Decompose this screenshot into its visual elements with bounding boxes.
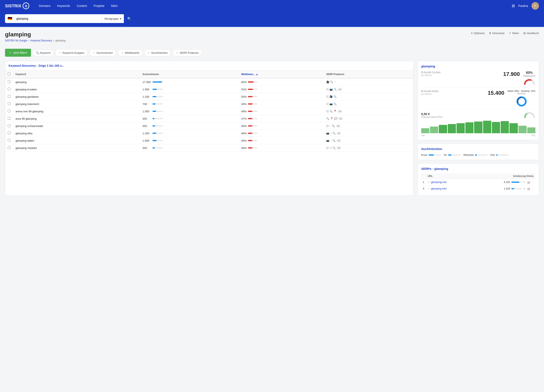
competition-label: Wettbewerb — [523, 75, 536, 77]
chart-bar — [527, 127, 535, 133]
serp-feature-icon: ⊞ — [330, 146, 332, 149]
keyword-cell[interactable]: glamping schwarzwald — [13, 122, 140, 130]
avg-clicks-value: 15.400 — [488, 90, 504, 96]
volume-bar — [153, 140, 156, 141]
wettbewerb-cell: 49% — [241, 103, 321, 106]
keyword-cell[interactable]: glamping kroatien — [13, 86, 140, 93]
download-icon: ⬇ — [489, 32, 491, 35]
right-panel: glamping Ø Anzahl Suchen pro Monat 17.90… — [418, 61, 539, 196]
external-link-icon: ↗ — [428, 181, 430, 183]
col-suchvolumen[interactable]: Suchvolumen — [140, 70, 239, 78]
nav-domains[interactable]: Domains — [36, 2, 53, 9]
arrow-icon[interactable]: → — [531, 187, 534, 190]
row-checkbox[interactable] — [8, 95, 11, 98]
breadcrumb-sistrix[interactable]: SISTRIX für Google — [5, 39, 27, 42]
row-checkbox[interactable] — [8, 139, 11, 142]
jetzt-filtern-button[interactable]: ＋ Jetzt filtern — [5, 49, 31, 57]
keyword-cell[interactable]: glamping gardasee — [13, 93, 140, 100]
row-checkbox[interactable] — [8, 132, 11, 134]
col-wettbewerb[interactable]: Wettbewe... ▲ — [239, 70, 324, 78]
teilen-link[interactable]: ↗ Teilen — [509, 32, 519, 35]
serps-col-clicks: Schätzung Klicks — [470, 173, 535, 179]
eye-icon[interactable]: 👁 — [523, 181, 526, 184]
filter-suchvolumen[interactable]: ＋ Suchvolumen — [89, 49, 116, 56]
plus-icon: ＋ — [58, 51, 61, 55]
devices-value: Mobil: 68% - Desktop: 32% — [508, 90, 535, 92]
optionen-link[interactable]: ▾ Optionen — [471, 32, 485, 35]
keyword-cell[interactable]: glamping medulin — [13, 144, 140, 152]
filter-suchintention[interactable]: ＋ Suchintention — [144, 49, 171, 56]
keyword-cell[interactable]: arena one 99 glamping — [13, 108, 140, 115]
wettbewerb-value: 53% — [241, 88, 247, 91]
nav-projekte[interactable]: Projekte — [91, 2, 107, 9]
si-bar-fill — [448, 154, 451, 156]
cpc-value: 0,50 € — [421, 112, 520, 116]
chart-icon[interactable]: 📊 — [527, 181, 530, 184]
eye-icon[interactable]: 👁 — [523, 187, 526, 190]
nav-content[interactable]: Content — [74, 2, 90, 9]
serp-url[interactable]: glampings.de/ — [431, 181, 447, 184]
arrow-icon[interactable]: → — [531, 181, 534, 184]
si-label: Webseite — [463, 153, 474, 157]
plus-icon: ＋ — [121, 51, 124, 55]
chart-start-label: Jan — [421, 134, 425, 137]
keyword-cell[interactable]: area 99 glamping — [13, 115, 140, 122]
wortgruppe-select[interactable]: Wortgruppe ▾ — [102, 15, 124, 22]
filter-keyword-gruppen[interactable]: ＋ Keyword-Gruppen — [55, 49, 88, 56]
row-checkbox[interactable] — [8, 146, 11, 149]
row-checkbox[interactable] — [8, 102, 11, 105]
si-label: Know — [421, 153, 427, 157]
grid-icon[interactable]: ⊞ — [512, 4, 515, 8]
serp-plus-badge: +1 — [337, 132, 341, 135]
col-keyword[interactable]: Keyword — [13, 70, 140, 78]
search-button[interactable]: 🔍 — [124, 14, 135, 23]
handbuch-link[interactable]: ⊞ Handbuch — [523, 32, 539, 35]
keyword-cell[interactable]: glamping — [13, 78, 140, 86]
row-checkbox[interactable] — [8, 80, 11, 83]
volume-value: 550 — [142, 124, 151, 128]
flag-button[interactable]: 🇩🇪 — [5, 16, 15, 21]
serp-features-cell: 🖼=🔍+1 — [326, 124, 411, 127]
keyword-cell[interactable]: glamping italien — [13, 137, 140, 144]
chart-icon[interactable]: 📊 — [527, 187, 530, 190]
serp-row: 1 ↗ glampings.de/ 5.323 👁 📊 → — [421, 179, 535, 186]
nav-right: ⊞ Paulina P — [512, 2, 539, 10]
external-link-icon: ↗ — [428, 187, 430, 190]
avg-clicks-sublabel: pro Monat — [421, 93, 438, 95]
keyword-cell[interactable]: glamping österreich — [13, 100, 140, 108]
wettbewerb-bar — [248, 81, 254, 83]
chart-bar — [448, 124, 456, 133]
serp-feature-icon: 🎥 — [326, 81, 329, 83]
serp-clicks-bar — [511, 181, 519, 183]
filter-keyword[interactable]: 🔍 Keyword — [33, 50, 54, 56]
nav-mehr[interactable]: Mehr — [108, 2, 121, 9]
row-checkbox[interactable] — [8, 110, 11, 112]
keyword-cell[interactable]: glamping elba — [13, 130, 140, 137]
wettbewerb-value: 47% — [241, 117, 247, 120]
stats-card: glamping Ø Anzahl Suchen pro Monat 17.90… — [418, 61, 539, 140]
search-input[interactable] — [15, 15, 102, 22]
cpc-gauge — [524, 112, 535, 118]
filter-serp-features[interactable]: ＋ SERP-Features — [172, 49, 202, 56]
competition-value: 60% — [526, 71, 533, 75]
volume-bar — [153, 111, 156, 112]
filter-wettbewerb[interactable]: ＋ Wettbewerb — [118, 49, 142, 56]
row-checkbox[interactable] — [8, 117, 11, 120]
row-checkbox[interactable] — [8, 88, 11, 90]
nav-keywords[interactable]: Keywords — [54, 2, 73, 9]
top-nav: SISTRIX ◎ Domains Keywords Content Proje… — [0, 0, 544, 12]
row-checkbox[interactable] — [8, 124, 11, 127]
table-row: glamping österreich 700 49% 🖼📷🔍 — [5, 100, 413, 108]
breadcrumb-keyword-discovery[interactable]: Keyword Discovery — [30, 39, 52, 42]
volume-value: 500 — [142, 146, 151, 150]
serp-feature-icon: 🔍 — [332, 124, 335, 127]
download-link[interactable]: ⬇ Download — [489, 32, 504, 35]
select-all-checkbox[interactable] — [8, 73, 11, 75]
col-serp[interactable]: SERP-Features — [324, 70, 413, 78]
serp-feature-icon: = — [330, 124, 331, 127]
volume-bar — [153, 81, 162, 83]
search-icon: 🔍 — [36, 51, 39, 54]
serp-url[interactable]: glamping.info/ — [431, 187, 447, 190]
wettbewerb-cell: 46% — [241, 139, 321, 142]
suchintention-card: Suchintention Know Do Webseite Visit — [418, 144, 539, 160]
